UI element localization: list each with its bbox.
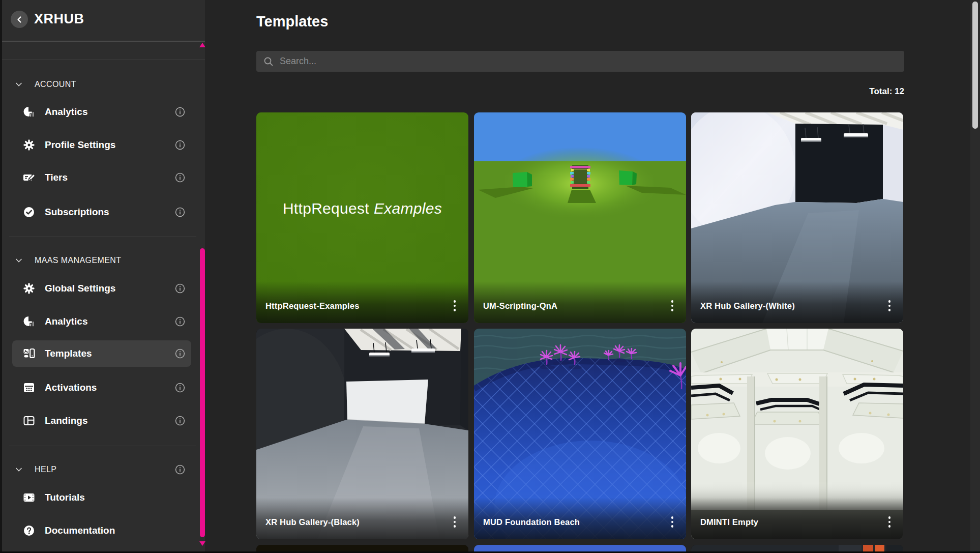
page-title: Templates <box>256 13 328 30</box>
sidebar-item-landings[interactable]: Landings <box>12 408 191 434</box>
sidebar-scroll-up-arrow[interactable] <box>199 43 205 47</box>
info-icon[interactable] <box>175 348 185 359</box>
sidebar-item-label: Profile Settings <box>45 139 115 151</box>
divider <box>9 237 196 237</box>
sidebar-item-tutorials[interactable]: Tutorials <box>12 484 191 511</box>
section-label: HELP <box>35 465 56 474</box>
info-icon[interactable] <box>175 464 185 475</box>
sidebar-item-label: Tiers <box>45 172 68 183</box>
search-icon <box>263 56 274 67</box>
template-card-xr-hub-gallery-white[interactable]: XR Hub Gallery-(White) <box>691 112 903 323</box>
sidebar-item-label: Documentation <box>45 525 115 536</box>
sidebar-item-label: Analytics <box>45 106 87 118</box>
templates-icon <box>22 347 36 360</box>
card-menu-kebab-icon[interactable] <box>882 297 897 315</box>
card-edit-icon <box>22 171 36 184</box>
gear-icon <box>22 282 36 295</box>
info-icon[interactable] <box>175 172 185 183</box>
sidebar-item-templates[interactable]: Templates <box>12 340 191 367</box>
card-title: UM-Scripting-QnA <box>483 301 557 311</box>
section-header-account[interactable]: ACCOUNT <box>12 77 191 92</box>
template-card-mud-foundation-beach[interactable]: MUD Foundation Beach <box>474 329 686 539</box>
search-input[interactable] <box>279 55 898 67</box>
sidebar-item-label: Global Settings <box>45 283 115 294</box>
info-icon[interactable] <box>175 207 185 217</box>
calendar-icon <box>22 381 36 394</box>
divider <box>9 446 196 446</box>
window-scrollbar-thumb[interactable] <box>972 2 978 129</box>
card-menu-kebab-icon[interactable] <box>665 513 679 531</box>
chevron-down-icon <box>14 465 23 474</box>
divider <box>0 59 205 60</box>
sidebar-item-subscriptions[interactable]: Subscriptions <box>12 199 191 225</box>
window-scrollbar-track[interactable] <box>970 0 980 553</box>
info-icon[interactable] <box>175 383 185 393</box>
section-label: ACCOUNT <box>35 80 76 89</box>
sidebar-item-label: Analytics <box>45 316 87 327</box>
sidebar-item-analytics-maas[interactable]: Analytics <box>12 308 191 335</box>
card-title: XR Hub Gallery-(White) <box>700 301 795 311</box>
analytics-pie-icon <box>22 315 36 328</box>
template-card-um-scripting-qna[interactable]: UM-Scripting-QnA <box>474 112 686 323</box>
card-menu-kebab-icon[interactable] <box>448 297 462 315</box>
analytics-pie-icon <box>22 105 36 119</box>
card-title: XR Hub Gallery-(Black) <box>265 517 360 527</box>
total-count: Total: 12 <box>256 86 904 97</box>
info-icon[interactable] <box>175 107 185 117</box>
app-window: XRHUB ACCOUNT Analytics Profile Settings <box>0 0 980 553</box>
sidebar-item-label: Activations <box>45 382 97 393</box>
section-label: MAAS MANAGEMENT <box>35 256 121 265</box>
thumbnail-caption: HttpRequestExamples <box>256 200 468 217</box>
sidebar-item-profile-settings[interactable]: Profile Settings <box>12 132 191 158</box>
check-circle-icon <box>22 206 36 219</box>
info-icon[interactable] <box>175 283 185 294</box>
card-title: HttpRequest-Examples <box>265 301 360 311</box>
chevron-left-icon <box>15 15 24 24</box>
card-title: MUD Foundation Beach <box>483 517 580 527</box>
card-title: DMINTI Empty <box>700 517 758 527</box>
sidebar-scroll-down-arrow[interactable] <box>199 541 205 546</box>
app-title: XRHUB <box>34 11 84 27</box>
divider <box>0 41 205 42</box>
chevron-down-icon <box>14 80 23 89</box>
info-icon[interactable] <box>175 316 185 327</box>
template-card-xr-hub-gallery-black[interactable]: XR Hub Gallery-(Black) <box>256 329 468 539</box>
sidebar-item-label: Tutorials <box>45 492 85 503</box>
sidebar-item-label: Landings <box>45 415 87 426</box>
back-button[interactable] <box>11 11 28 28</box>
info-icon[interactable] <box>175 140 185 150</box>
gear-icon <box>22 138 36 152</box>
sidebar-item-analytics-account[interactable]: Analytics <box>12 99 191 125</box>
info-icon[interactable] <box>175 416 185 426</box>
sidebar-scrollbar-thumb[interactable] <box>200 248 205 537</box>
sidebar-item-label: Subscriptions <box>45 207 109 218</box>
question-circle-icon <box>22 524 36 537</box>
template-card-dminti-empty[interactable]: DMINTI Empty <box>691 329 903 539</box>
sidebar-item-global-settings[interactable]: Global Settings <box>12 275 191 302</box>
chevron-down-icon <box>14 256 23 265</box>
sidebar-item-activations[interactable]: Activations <box>12 374 191 401</box>
card-menu-kebab-icon[interactable] <box>448 513 462 531</box>
sidebar-item-documentation[interactable]: Documentation <box>12 517 191 544</box>
card-menu-kebab-icon[interactable] <box>665 297 679 315</box>
sidebar-item-label: Templates <box>45 348 92 359</box>
window-edge <box>0 0 2 553</box>
sidebar: XRHUB ACCOUNT Analytics Profile Settings <box>0 0 205 553</box>
video-icon <box>22 491 36 504</box>
section-header-help[interactable]: HELP <box>12 462 191 477</box>
template-card-httprequest-examples[interactable]: HttpRequestExamples HttpRequest-Examples <box>256 112 468 323</box>
search-bar <box>256 51 904 72</box>
card-menu-kebab-icon[interactable] <box>882 513 897 531</box>
layout-icon <box>22 414 36 427</box>
section-header-maas-management[interactable]: MAAS MANAGEMENT <box>12 253 191 268</box>
sidebar-item-tiers[interactable]: Tiers <box>12 164 191 191</box>
